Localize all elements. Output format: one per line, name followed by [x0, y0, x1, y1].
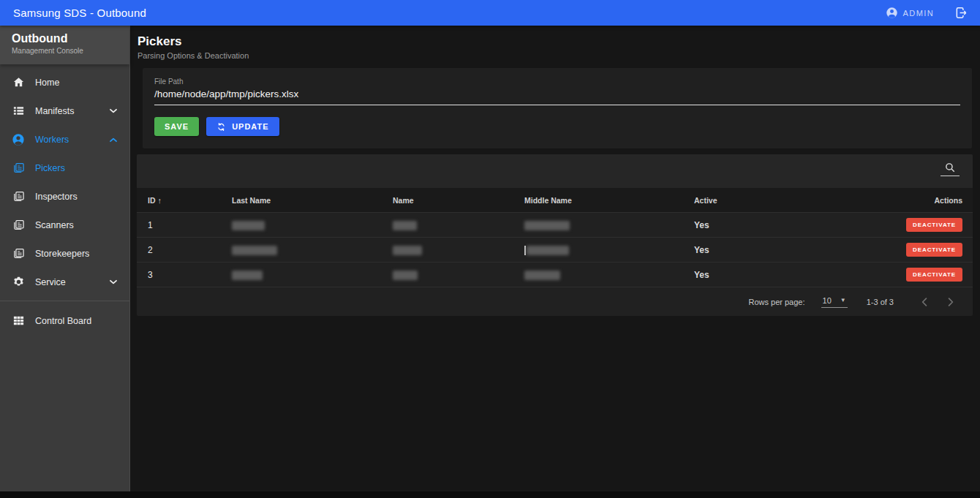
- table-row: 1 Yes DEACTIVATE: [137, 212, 973, 237]
- main-content: Pickers Parsing Options & Deactivation F…: [130, 26, 980, 491]
- home-icon: [12, 76, 25, 89]
- badge-card-icon: [12, 162, 25, 175]
- user-name-label: ADMIN: [903, 9, 934, 18]
- sidebar-item-label: Storekeepers: [35, 249, 89, 259]
- save-button[interactable]: SAVE: [154, 117, 199, 136]
- rows-per-page-select[interactable]: 10 ▼: [821, 296, 848, 308]
- sidebar-item-home[interactable]: Home: [0, 68, 129, 97]
- sidebar-item-label: Scanners: [35, 220, 74, 230]
- chevron-left-icon: [921, 298, 927, 306]
- sidebar-header: Outbound Management Console: [0, 26, 129, 64]
- next-page-button[interactable]: [942, 293, 960, 311]
- sidebar-divider: [0, 301, 129, 301]
- badge-card-icon: [12, 219, 25, 232]
- page-subtitle: Parsing Options & Deactivation: [137, 51, 980, 60]
- sidebar-subtitle: Management Console: [12, 47, 118, 55]
- sidebar-item-storekeepers[interactable]: Storekeepers: [0, 239, 129, 268]
- cell-id: 1: [148, 220, 232, 230]
- cell-name-redacted: [393, 244, 524, 254]
- cell-actions: DEACTIVATE: [866, 268, 962, 282]
- user-menu[interactable]: ADMIN: [886, 7, 934, 19]
- sidebar-item-label: Control Board: [35, 316, 91, 326]
- cell-name-redacted: [393, 269, 524, 279]
- pickers-table-card: ID ↑ Last Name Name Middle Name Active A…: [137, 154, 973, 316]
- sidebar-title: Outbound: [12, 32, 118, 45]
- table-row: 3 Yes DEACTIVATE: [137, 262, 973, 287]
- sync-icon: [216, 122, 226, 132]
- cell-active: Yes: [694, 270, 866, 280]
- sidebar-item-label: Manifests: [35, 106, 75, 116]
- column-header-last-name[interactable]: Last Name: [232, 196, 393, 205]
- column-header-name[interactable]: Name: [393, 196, 524, 205]
- file-path-label: File Path: [154, 78, 960, 86]
- chevron-up-icon: [109, 137, 118, 143]
- sidebar-item-scanners[interactable]: Scanners: [0, 211, 129, 239]
- chevron-down-icon: [109, 108, 118, 114]
- deactivate-button[interactable]: DEACTIVATE: [906, 218, 962, 232]
- cell-middle-name-redacted: [524, 244, 694, 254]
- column-header-id[interactable]: ID ↑: [148, 196, 232, 205]
- redaction-artifact: [524, 246, 526, 255]
- account-circle-icon: [886, 7, 898, 19]
- search-icon: [944, 162, 956, 173]
- page-header: Pickers Parsing Options & Deactivation: [130, 26, 980, 67]
- rows-per-page-label: Rows per page:: [748, 298, 804, 306]
- cell-id: 2: [148, 245, 232, 255]
- sidebar-item-manifests[interactable]: Manifests: [0, 97, 129, 125]
- list-icon: [12, 105, 25, 118]
- file-path-input[interactable]: /home/node/app/tmp/pickers.xlsx: [154, 88, 960, 105]
- cell-active: Yes: [694, 245, 866, 255]
- sidebar-item-service[interactable]: Service: [0, 268, 129, 296]
- rows-per-page-value: 10: [823, 296, 832, 305]
- sidebar-item-inspectors[interactable]: Inspectors: [0, 182, 129, 211]
- table-header-row: ID ↑ Last Name Name Middle Name Active A…: [137, 188, 973, 212]
- table-row: 2 Yes DEACTIVATE: [137, 237, 973, 262]
- sidebar-nav: Home Manifests Workers: [0, 64, 129, 335]
- sidebar-item-control-board[interactable]: Control Board: [0, 306, 129, 335]
- sidebar-item-workers[interactable]: Workers: [0, 125, 129, 154]
- cell-active: Yes: [694, 220, 866, 230]
- column-header-actions: Actions: [866, 196, 962, 205]
- deactivate-button[interactable]: DEACTIVATE: [906, 268, 962, 282]
- sidebar-item-pickers[interactable]: Pickers: [0, 154, 129, 182]
- gear-icon: [12, 276, 25, 289]
- sidebar-item-label: Home: [35, 78, 59, 88]
- deactivate-button[interactable]: DEACTIVATE: [906, 243, 962, 257]
- cell-name-redacted: [393, 219, 524, 230]
- table-toolbar: [137, 154, 973, 188]
- cell-last-name-redacted: [232, 244, 393, 254]
- column-header-active[interactable]: Active: [694, 196, 866, 205]
- sidebar: Outbound Management Console Home Manifes…: [0, 26, 130, 491]
- cell-actions: DEACTIVATE: [866, 218, 962, 232]
- bottom-strip: [0, 491, 980, 498]
- previous-page-button[interactable]: [916, 293, 933, 311]
- column-header-middle-name[interactable]: Middle Name: [524, 196, 694, 205]
- cell-last-name-redacted: [232, 219, 393, 230]
- search-button[interactable]: [941, 162, 960, 176]
- topbar-right: ADMIN: [886, 6, 968, 20]
- sidebar-item-label: Service: [35, 277, 66, 287]
- topbar: Samsung SDS - Outbound ADMIN: [0, 0, 980, 26]
- sidebar-item-label: Workers: [35, 135, 69, 145]
- grid-icon: [12, 314, 25, 328]
- cell-last-name-redacted: [232, 269, 393, 279]
- cell-middle-name-redacted: [524, 269, 694, 279]
- cell-middle-name-redacted: [524, 219, 694, 230]
- form-actions: SAVE UPDATE: [154, 117, 960, 136]
- chevron-right-icon: [948, 298, 954, 306]
- update-button-label: UPDATE: [232, 122, 268, 131]
- app-title: Samsung SDS - Outbound: [13, 7, 146, 19]
- sidebar-item-label: Pickers: [35, 163, 65, 173]
- cell-id: 3: [148, 270, 232, 280]
- badge-card-icon: [12, 247, 25, 260]
- chevron-down-icon: [109, 279, 118, 285]
- account-circle-icon: [12, 133, 25, 146]
- update-button[interactable]: UPDATE: [206, 117, 279, 136]
- cell-actions: DEACTIVATE: [866, 243, 962, 257]
- table-pagination: Rows per page: 10 ▼ 1-3 of 3: [137, 287, 973, 316]
- logout-icon[interactable]: [954, 6, 968, 20]
- sort-asc-icon: ↑: [158, 196, 162, 205]
- sidebar-item-label: Inspectors: [35, 192, 78, 202]
- pagination-range-label: 1-3 of 3: [867, 298, 894, 306]
- badge-card-icon: [12, 190, 25, 203]
